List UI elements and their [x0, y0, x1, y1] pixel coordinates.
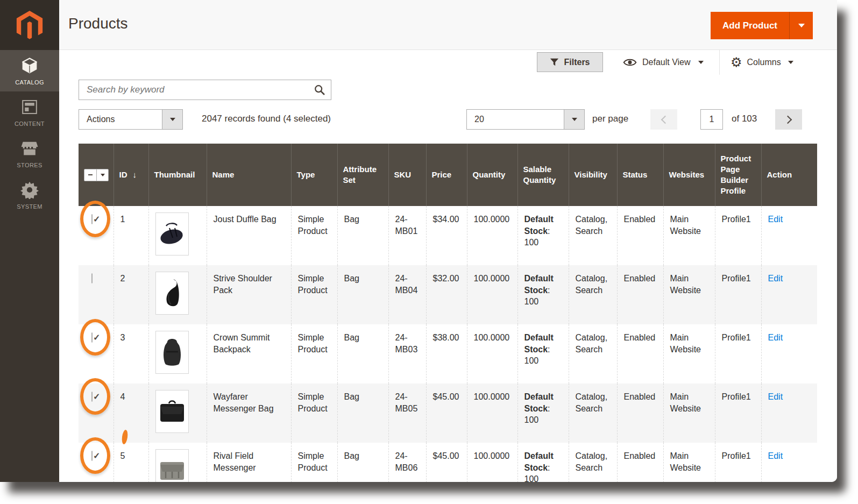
sidebar-item-stores[interactable]: STORES [0, 133, 59, 174]
column-header-action[interactable]: Action [761, 144, 817, 206]
duffle-bag-image [159, 222, 186, 246]
cell-status: Enabled [617, 324, 663, 384]
shoulder-pack-image [161, 278, 183, 309]
row-checkbox[interactable] [91, 451, 93, 461]
cell-action: Edit [761, 384, 817, 443]
cell-id: 5 [114, 443, 148, 482]
cell-websites: Main Website [663, 443, 715, 482]
select-all-caret[interactable] [96, 169, 108, 181]
cell-action: Edit [761, 324, 817, 384]
admin-sidebar: CATALOG CONTENT STORES [0, 0, 59, 482]
cell-name: Strive Shoulder Pack [207, 265, 291, 324]
column-header-quantity[interactable]: Quantity [467, 144, 517, 206]
sidebar-item-label: CONTENT [15, 120, 45, 127]
toolbar-divider [719, 50, 720, 75]
select-all-checkbox[interactable] [84, 169, 109, 181]
column-header-status[interactable]: Status [617, 144, 663, 206]
cell-status: Enabled [617, 384, 663, 443]
page-header: Products Add Product [59, 0, 837, 50]
cell-quantity: 100.0000 [467, 324, 517, 384]
edit-link[interactable]: Edit [768, 274, 783, 283]
cell-page-builder-profile: Profile1 [715, 443, 761, 482]
product-thumbnail [155, 390, 189, 433]
column-header-id[interactable]: ID↓ [114, 144, 148, 206]
edit-link[interactable]: Edit [768, 392, 783, 401]
catalog-box-icon [19, 56, 40, 75]
column-header-price[interactable]: Price [426, 144, 467, 206]
sidebar-item-system[interactable]: SYSTEM [0, 174, 59, 216]
view-switcher[interactable]: Default View [623, 52, 704, 72]
row-checkbox[interactable] [91, 273, 93, 283]
page-title: Products [68, 15, 128, 32]
cell-visibility: Catalog, Search [569, 384, 617, 443]
cell-websites: Main Website [663, 265, 715, 324]
actions-selected-value: Actions [79, 110, 162, 129]
cell-salable-quantity: Default Stock: 100 [517, 384, 569, 443]
cell-name: Joust Duffle Bag [207, 206, 291, 265]
cell-price: $45.00 [426, 443, 467, 482]
actions-caret [162, 110, 182, 129]
next-page-button[interactable] [775, 109, 802, 130]
column-header-type[interactable]: Type [291, 144, 337, 206]
row-checkbox[interactable] [91, 392, 93, 402]
product-thumbnail [155, 331, 189, 374]
cell-attribute-set: Bag [337, 324, 388, 384]
cell-status: Enabled [617, 443, 663, 482]
cell-salable-quantity: Default Stock: 100 [517, 265, 569, 324]
row-select-cell [79, 206, 114, 265]
cell-visibility: Catalog, Search [569, 324, 617, 384]
messenger-bag-image [158, 399, 186, 424]
cell-thumbnail [148, 206, 207, 265]
cell-visibility: Catalog, Search [569, 206, 617, 265]
cell-type: Simple Product [291, 384, 337, 443]
column-header-websites[interactable]: Websites [663, 144, 715, 206]
search-icon[interactable] [308, 84, 331, 96]
row-checkbox[interactable] [91, 332, 93, 343]
records-count-text: 2047 records found (4 selected) [202, 113, 331, 124]
per-page-selected-value: 20 [467, 110, 564, 129]
add-product-label: Add Product [711, 12, 789, 39]
sidebar-item-catalog[interactable]: CATALOG [0, 50, 59, 91]
column-header-sku[interactable]: SKU [388, 144, 426, 206]
column-header-salable-quantity[interactable]: Salable Quantity [517, 144, 569, 206]
cell-id: 2 [114, 265, 148, 324]
sidebar-item-content[interactable]: CONTENT [0, 91, 59, 133]
per-page-label: per page [592, 113, 628, 124]
table-row: 3 [79, 324, 817, 384]
cell-type: Simple Product [291, 443, 337, 482]
cell-visibility: Catalog, Search [569, 443, 617, 482]
content-window-icon [19, 97, 40, 117]
search-input[interactable] [79, 84, 308, 95]
edit-link[interactable]: Edit [768, 215, 783, 224]
product-thumbnail [155, 212, 189, 255]
column-header-name[interactable]: Name [207, 144, 291, 206]
add-product-button[interactable]: Add Product [711, 12, 813, 39]
columns-control[interactable]: ⚙ Columns [731, 52, 793, 72]
cell-salable-quantity: Default Stock: 100 [517, 443, 569, 482]
add-product-caret[interactable] [789, 12, 813, 39]
row-checkbox[interactable] [91, 214, 93, 224]
cell-websites: Main Website [663, 206, 715, 265]
previous-page-button[interactable] [650, 109, 677, 130]
product-thumbnail [155, 272, 189, 315]
cell-action: Edit [761, 265, 817, 324]
per-page-select[interactable]: 20 [466, 109, 585, 130]
column-header-page-builder-profile[interactable]: Product Page Builder Profile [715, 144, 761, 206]
edit-link[interactable]: Edit [768, 333, 783, 342]
cell-quantity: 100.0000 [467, 443, 517, 482]
cell-id: 4 [114, 384, 148, 443]
column-header-visibility[interactable]: Visibility [569, 144, 617, 206]
column-header-thumbnail[interactable]: Thumbnail [148, 144, 207, 206]
gear-icon [19, 180, 40, 200]
per-page-caret [564, 110, 584, 129]
edit-link[interactable]: Edit [768, 451, 783, 460]
caret-down-icon [698, 61, 704, 64]
actions-select[interactable]: Actions [79, 109, 183, 130]
magento-logo[interactable] [0, 0, 59, 50]
filters-button[interactable]: Filters [537, 52, 603, 72]
eye-icon [623, 58, 637, 67]
current-page-input[interactable] [700, 109, 723, 130]
column-header-attribute-set[interactable]: Attribute Set [337, 144, 388, 206]
cell-page-builder-profile: Profile1 [715, 384, 761, 443]
cell-thumbnail [148, 443, 207, 482]
